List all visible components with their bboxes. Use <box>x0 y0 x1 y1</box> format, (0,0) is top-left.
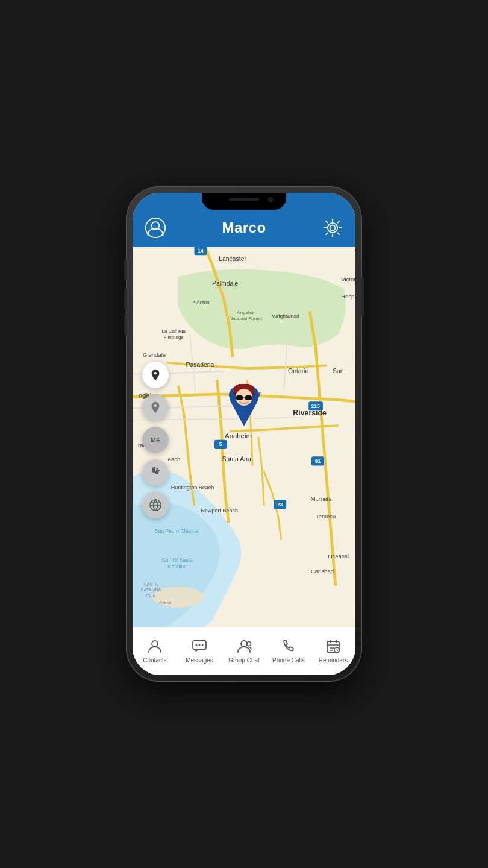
svg-point-55 <box>152 467 154 469</box>
camera <box>268 197 273 202</box>
settings-icon[interactable] <box>322 217 343 239</box>
svg-point-3 <box>328 223 337 233</box>
svg-text:14: 14 <box>198 248 204 254</box>
svg-text:National Forest: National Forest <box>230 316 263 321</box>
svg-text:CATALINA: CATALINA <box>140 588 161 593</box>
contacts-icon <box>146 638 163 655</box>
me-pin-button[interactable]: ME <box>142 427 169 453</box>
map-controls: ME <box>142 362 169 518</box>
footprint-button[interactable] <box>142 459 169 486</box>
svg-text:Catalina: Catalina <box>167 564 187 570</box>
map-area[interactable]: 14 5 215 91 73 Lancaster Palmdale <box>133 247 355 627</box>
group-chat-label: Group Chat <box>228 657 260 664</box>
messages-icon <box>191 638 208 655</box>
speaker <box>229 198 259 201</box>
svg-text:Huntington Beach: Huntington Beach <box>171 485 214 491</box>
svg-text:SANTA: SANTA <box>144 582 158 587</box>
svg-point-2 <box>330 225 336 231</box>
svg-text:Ontario: Ontario <box>288 368 308 374</box>
svg-text:Victor: Victor <box>341 276 355 283</box>
tab-bar: Contacts Messages <box>133 627 355 675</box>
svg-text:Avalon: Avalon <box>159 600 173 605</box>
svg-text:Murrieta: Murrieta <box>311 495 332 502</box>
svg-point-74 <box>202 644 204 646</box>
svg-rect-66 <box>245 395 252 400</box>
svg-text:Glendale: Glendale <box>143 351 166 358</box>
svg-point-72 <box>196 644 198 646</box>
svg-text:Oceansi: Oceansi <box>328 553 349 559</box>
svg-text:Pasadena: Pasadena <box>186 362 214 368</box>
svg-text:Wrightwood: Wrightwood <box>272 313 299 319</box>
svg-rect-65 <box>236 395 243 400</box>
svg-text:each: each <box>168 456 181 462</box>
phone-frame: Marco <box>127 187 361 681</box>
user-location-pin[interactable] <box>226 384 262 429</box>
tab-reminders[interactable]: Reminders <box>311 627 355 669</box>
contacts-label: Contacts <box>143 657 166 664</box>
svg-text:Newport Beach: Newport Beach <box>201 508 238 514</box>
svg-text:Hespe: Hespe <box>341 293 355 300</box>
svg-text:Gulf Of Santa: Gulf Of Santa <box>161 557 193 563</box>
notch <box>202 193 286 210</box>
svg-text:73: 73 <box>277 502 283 508</box>
svg-point-70 <box>152 641 158 647</box>
svg-text:ISLA: ISLA <box>146 594 156 599</box>
group-chat-icon <box>236 638 252 655</box>
messages-label: Messages <box>186 657 213 664</box>
svg-text:La Cañada: La Cañada <box>162 329 186 334</box>
phone-screen: Marco <box>133 193 355 675</box>
location-pin-button-2[interactable] <box>142 394 169 421</box>
svg-text:Anaheim: Anaheim <box>225 432 252 439</box>
svg-text:Flintridge: Flintridge <box>164 335 184 340</box>
svg-line-68 <box>235 397 236 398</box>
profile-icon[interactable] <box>145 217 166 239</box>
svg-point-75 <box>241 641 247 647</box>
svg-text:91: 91 <box>315 458 321 464</box>
svg-point-58 <box>158 470 160 471</box>
tab-group-chat[interactable]: Group Chat <box>222 627 266 669</box>
svg-text:Angeles: Angeles <box>237 310 254 315</box>
svg-text:Lancaster: Lancaster <box>219 256 246 262</box>
pin-svg <box>226 384 262 429</box>
reminders-icon <box>325 638 342 655</box>
svg-line-69 <box>252 397 253 398</box>
reminders-label: Reminders <box>319 657 348 664</box>
svg-text:Carlsbad: Carlsbad <box>311 568 334 574</box>
location-pin-button-1[interactable] <box>142 362 169 388</box>
svg-point-73 <box>199 644 201 646</box>
svg-text:Santa Ana: Santa Ana <box>222 456 251 462</box>
svg-text:Palmdale: Palmdale <box>212 280 239 287</box>
svg-text:San Pedro Channel: San Pedro Channel <box>155 528 199 534</box>
svg-text:San: San <box>333 368 344 374</box>
app-screen: Marco <box>133 193 355 675</box>
svg-text:Temecu: Temecu <box>316 513 336 520</box>
tab-contacts[interactable]: Contacts <box>133 627 177 669</box>
svg-point-56 <box>154 467 156 468</box>
tab-messages[interactable]: Messages <box>177 627 222 669</box>
globe-button[interactable] <box>142 492 169 518</box>
app-title: Marco <box>222 219 266 236</box>
svg-text:5: 5 <box>219 441 222 447</box>
phone-calls-label: Phone Calls <box>272 657 305 664</box>
phone-calls-icon <box>280 638 297 655</box>
svg-point-57 <box>156 468 158 470</box>
svg-text:Riverside: Riverside <box>293 409 327 417</box>
tab-phone-calls[interactable]: Phone Calls <box>266 627 311 669</box>
svg-text:∘Acton: ∘Acton <box>193 300 210 306</box>
